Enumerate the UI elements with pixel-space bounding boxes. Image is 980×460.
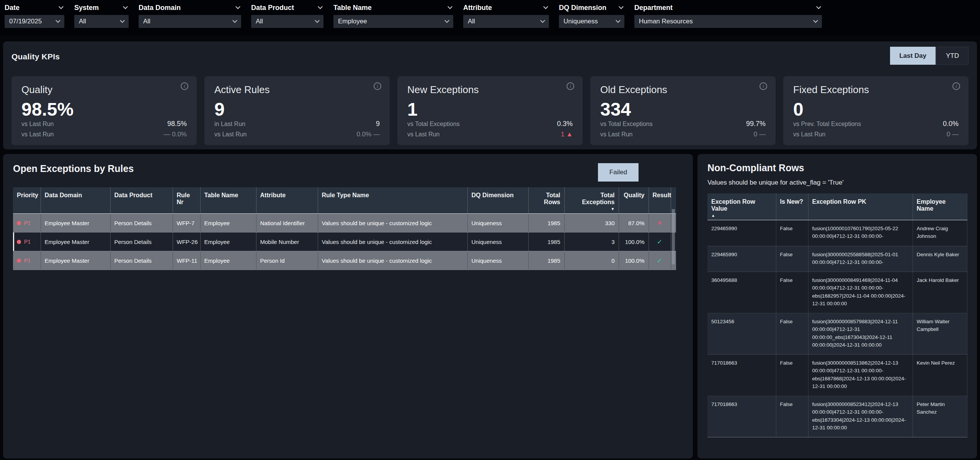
cell-exception-row-value: 229465990 [707, 246, 776, 272]
filter-value-box[interactable]: 07/19/2025 [5, 15, 64, 28]
column-label: Is New? [780, 198, 803, 205]
filter-value-box[interactable]: All [139, 15, 241, 28]
result-icon: ✓ [657, 257, 662, 264]
column-label: Data Product [114, 192, 153, 198]
kpi-stat-row: in Last Run 9 [214, 120, 380, 128]
info-icon[interactable]: i [181, 82, 188, 90]
filter-dropdown: Data Product All [251, 3, 323, 28]
column-header[interactable]: Exception Row PK [808, 193, 913, 220]
table-row[interactable]: P1 Employee Master Person Details WFP-11… [13, 251, 676, 270]
column-header[interactable]: Data Domain [41, 187, 110, 214]
column-header[interactable]: Exception Row Value▲ [707, 193, 776, 220]
chevron-down-icon[interactable] [59, 4, 64, 9]
filter-dropdown: System All [74, 3, 129, 28]
filter-label: Data Domain [139, 4, 181, 12]
column-header[interactable]: Attribute [256, 187, 318, 214]
cell-is-new: False [776, 396, 808, 437]
filter-value-box[interactable]: Employee [333, 15, 453, 28]
column-header[interactable]: Employee Name [913, 193, 967, 220]
chevron-down-icon [616, 18, 621, 23]
column-header[interactable]: Quality [619, 187, 648, 214]
stat-label: vs Last Run [21, 131, 54, 138]
stat-label: vs Total Exceptions [407, 121, 460, 128]
stat-label: vs Last Run [600, 131, 632, 138]
kpi-card-value: 334 [600, 99, 766, 120]
filter-value-box[interactable]: Uniqueness [559, 15, 624, 28]
kpi-card-stats: vs Total Exceptions 99.7% vs Last Run 0 … [600, 120, 766, 138]
table-row[interactable]: 50123456 False fusion|300000008579883|20… [707, 313, 967, 355]
chevron-down-icon[interactable] [235, 4, 240, 9]
info-icon[interactable]: i [760, 82, 767, 90]
cell-priority: P1 [13, 251, 41, 270]
column-header[interactable]: DQ Dimension [467, 187, 528, 214]
column-header[interactable]: Rule Nr [173, 187, 200, 214]
toggle-last-day-button[interactable]: Last Day [890, 47, 936, 65]
chevron-down-icon [315, 18, 320, 23]
filter-selected-value: All [143, 18, 150, 25]
filter-dropdown: Attribute All [463, 3, 549, 28]
result-icon: ✓ [657, 238, 662, 246]
cell-dq-dimension: Uniqueness [467, 232, 528, 251]
filter-value-box[interactable]: All [463, 15, 549, 28]
filter-label: System [74, 4, 99, 12]
table-row[interactable]: P1 Employee Master Person Details WFP-26… [13, 232, 676, 251]
chevron-down-icon[interactable] [543, 4, 548, 9]
priority-label: P1 [24, 220, 31, 226]
filter-dropdown: DQ Dimension Uniqueness [559, 3, 624, 28]
column-header[interactable]: Data Product [110, 187, 173, 214]
column-header[interactable]: Table Name [200, 187, 256, 214]
cell-total-exceptions: 3 [564, 232, 619, 251]
kpi-stat-row: vs Last Run — 0.0% [21, 131, 187, 138]
stat-value: 9 [376, 120, 380, 128]
cell-is-new: False [776, 313, 808, 355]
cell-exception-row-pk: fusion|300000008523412|2024-12-13 00:00:… [808, 396, 913, 437]
info-icon[interactable]: i [952, 82, 960, 90]
column-label: Total Rows [544, 192, 560, 205]
panel-title: Open Exceptions by Rules [13, 163, 693, 174]
chevron-down-icon[interactable] [448, 4, 452, 9]
table-header-row: Exception Row Value▲Is New?Exception Row… [707, 193, 967, 220]
cell-exception-row-value: 717018663 [707, 355, 776, 396]
table-row[interactable]: 229465990 False fusion|100000107601790|2… [707, 220, 967, 246]
cell-data-domain: Employee Master [41, 251, 110, 270]
table-row[interactable]: P1 Employee Master Person Details WFP-7 … [13, 214, 676, 232]
cell-data-domain: Employee Master [41, 232, 110, 251]
priority-label: P1 [24, 257, 31, 264]
table-row[interactable]: 360495688 False fusion|300000008491469|2… [707, 272, 967, 313]
filter-value-box[interactable]: All [251, 15, 323, 28]
filter-value-box[interactable]: Human Resources [634, 15, 822, 28]
column-header[interactable]: Priority [13, 187, 41, 214]
info-icon[interactable]: i [567, 82, 574, 90]
chevron-down-icon [813, 18, 818, 23]
column-header[interactable]: Total Rows [528, 187, 564, 214]
info-icon[interactable]: i [374, 82, 381, 90]
failed-filter-button[interactable]: Failed [598, 163, 639, 182]
column-header[interactable]: Rule Type Name [318, 187, 467, 214]
filter-value-box[interactable]: All [74, 15, 129, 28]
cell-quality: 100.0% [619, 251, 648, 270]
table-row[interactable]: 717018663 False fusion|300000008513862|2… [707, 355, 967, 396]
column-header[interactable]: Result [648, 187, 671, 214]
cell-total-exceptions: 330 [564, 214, 619, 232]
filter-label-row: DQ Dimension [559, 3, 624, 12]
toggle-ytd-button[interactable]: YTD [936, 47, 969, 65]
chevron-down-icon[interactable] [816, 4, 821, 9]
sort-icon: ▲ [711, 214, 772, 218]
table-row[interactable]: 717018663 False fusion|300000008523412|2… [707, 396, 967, 437]
table-row[interactable]: 229465990 False fusion|300000025588588|2… [707, 246, 967, 272]
non-compliant-table: Exception Row Value▲Is New?Exception Row… [707, 193, 967, 437]
stat-value: 1 ▲ [561, 131, 573, 138]
chevron-down-icon[interactable] [123, 4, 128, 9]
chevron-down-icon[interactable] [619, 4, 624, 9]
chevron-down-icon[interactable] [318, 4, 323, 9]
kpi-card-title: Active Rules [214, 84, 380, 96]
column-header[interactable]: Is New? [776, 193, 808, 220]
non-compliant-rows-panel: Non-Compliant Rows Values should be uniq… [697, 154, 977, 458]
cell-result: ✓ [648, 251, 671, 270]
stat-value: 98.5% [167, 120, 187, 128]
vertical-scrollbar[interactable] [672, 209, 675, 264]
cell-employee-name: William Walter Campbell [913, 313, 967, 355]
cell-exception-row-pk: fusion|300000008491469|2024-11-04 00:00:… [808, 272, 913, 313]
column-label: Exception Row Value [711, 198, 755, 212]
column-header[interactable]: Total Exceptions▼ [564, 187, 619, 214]
